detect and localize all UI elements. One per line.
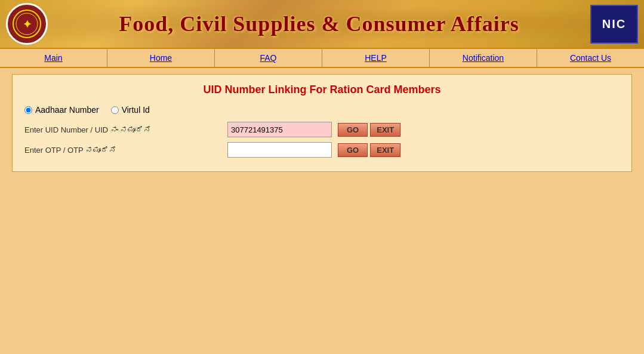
otp-go-button[interactable]: GO — [338, 143, 368, 157]
radio-virtual-label[interactable]: Virtul Id — [111, 105, 150, 115]
uid-label: Enter UID Number / UID ನಂ ನಮೂದಿಸಿ — [24, 125, 227, 134]
otp-label: Enter OTP / OTP ನಮೂದಿಸಿ — [24, 146, 227, 155]
otp-btn-group: GO EXIT — [338, 143, 400, 157]
radio-aadhaar-label[interactable]: Aadhaar Number — [24, 105, 99, 115]
uid-input[interactable] — [227, 122, 332, 137]
nav-contact[interactable]: Contact Us — [537, 49, 644, 67]
uid-btn-group: GO EXIT — [338, 123, 400, 137]
radio-virtual[interactable] — [111, 106, 119, 114]
nav-notification-link[interactable]: Notification — [463, 53, 504, 63]
nav-home-link[interactable]: Home — [150, 53, 172, 63]
svg-text:✦: ✦ — [23, 19, 32, 30]
otp-exit-button[interactable]: EXIT — [370, 143, 400, 157]
header: ✦ Food, Civil Supplies & Consumer Affair… — [0, 0, 644, 48]
form-title: UID Number Linking For Ration Card Membe… — [24, 84, 620, 96]
nav-help-link[interactable]: HELP — [365, 53, 387, 63]
radio-virtual-text: Virtul Id — [122, 105, 150, 115]
otp-row: Enter OTP / OTP ನಮೂದಿಸಿ GO EXIT — [24, 142, 620, 158]
nav-faq-link[interactable]: FAQ — [260, 53, 276, 63]
nav-main[interactable]: Main — [0, 49, 107, 67]
radio-aadhaar[interactable] — [24, 106, 32, 114]
main-form-panel: UID Number Linking For Ration Card Membe… — [12, 74, 632, 172]
uid-exit-button[interactable]: EXIT — [370, 123, 400, 137]
navigation-bar: Main Home FAQ HELP Notification Contact … — [0, 48, 644, 68]
content-spacer — [0, 178, 644, 354]
otp-input[interactable] — [227, 142, 332, 158]
nav-faq[interactable]: FAQ — [215, 49, 322, 67]
nav-home[interactable]: Home — [107, 49, 215, 67]
govt-logo: ✦ — [6, 3, 48, 45]
nic-logo: NIC — [590, 5, 638, 44]
uid-go-button[interactable]: GO — [338, 123, 368, 137]
radio-group: Aadhaar Number Virtul Id — [24, 105, 620, 115]
nav-help[interactable]: HELP — [322, 49, 430, 67]
radio-aadhaar-text: Aadhaar Number — [35, 105, 99, 115]
nav-contact-link[interactable]: Contact Us — [570, 53, 611, 63]
uid-row: Enter UID Number / UID ನಂ ನಮೂದಿಸಿ GO EXI… — [24, 122, 620, 137]
nav-main-link[interactable]: Main — [44, 53, 62, 63]
nav-notification[interactable]: Notification — [430, 49, 537, 67]
header-title-container: Food, Civil Supplies & Consumer Affairs — [48, 11, 590, 36]
site-title: Food, Civil Supplies & Consumer Affairs — [48, 11, 590, 36]
